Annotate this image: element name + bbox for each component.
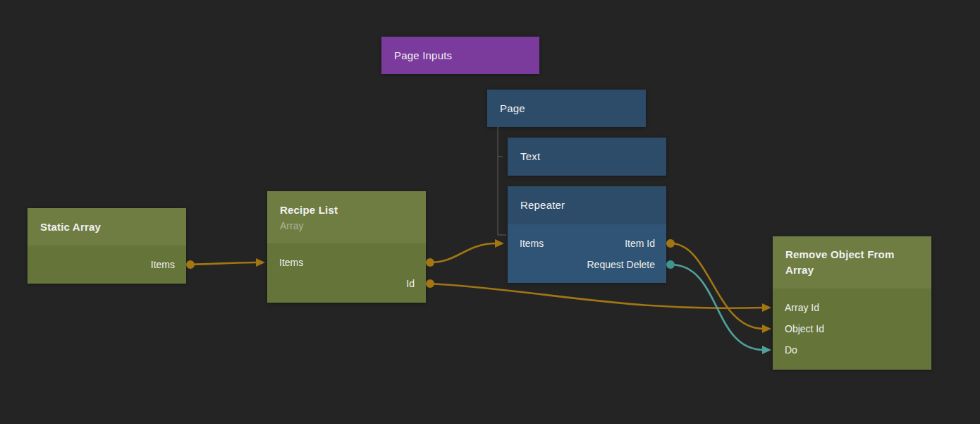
node-header: Page Inputs (381, 37, 539, 74)
node-header: Text (508, 138, 666, 176)
node-recipe-list[interactable]: Recipe List Array Items Id (267, 191, 426, 303)
port-row: Items (27, 254, 186, 275)
port-do-input[interactable]: Do (785, 344, 797, 356)
port-items-input[interactable]: Items (520, 238, 544, 249)
node-title: Remove Object From Array (785, 247, 905, 278)
node-title: Recipe List (280, 202, 426, 218)
port-row: Object Id (773, 318, 931, 339)
node-ports: Items Item Id Request Delete (508, 224, 666, 283)
port-row: Items Item Id (508, 233, 666, 254)
port-request-delete-output[interactable]: Request Delete (587, 259, 655, 270)
port-row: Id (267, 273, 426, 294)
port-items-output[interactable]: Items (151, 259, 175, 270)
node-graph-canvas[interactable]: Page Inputs Page Text Repeater Items Ite… (0, 0, 980, 424)
node-header: Recipe List Array (267, 191, 426, 243)
node-title: Repeater (520, 198, 666, 213)
node-header: Remove Object From Array (773, 236, 931, 289)
port-row: Request Delete (508, 254, 666, 275)
node-title: Page (500, 101, 646, 116)
node-subtitle: Array (280, 219, 426, 233)
node-page[interactable]: Page (487, 90, 646, 127)
node-title: Text (520, 149, 666, 164)
node-title: Static Array (40, 219, 186, 235)
hierarchy-tree-line (498, 127, 506, 235)
node-remove-object-from-array[interactable]: Remove Object From Array Array Id Object… (773, 236, 931, 370)
node-static-array[interactable]: Static Array Items (27, 208, 186, 284)
node-text[interactable]: Text (508, 138, 666, 176)
node-ports: Items Id (267, 243, 426, 303)
node-ports: Items (27, 246, 186, 284)
port-row: Items (267, 252, 426, 273)
port-object-id-input[interactable]: Object Id (785, 323, 824, 334)
port-id-output[interactable]: Id (406, 278, 415, 289)
node-title: Page Inputs (394, 48, 539, 63)
wire-staticarray-items-to-recipelist-items[interactable] (190, 262, 257, 265)
port-item-id-output[interactable]: Item Id (625, 238, 655, 249)
node-ports: Array Id Object Id Do (773, 289, 931, 370)
node-page-inputs[interactable]: Page Inputs (381, 37, 539, 74)
port-row: Do (773, 339, 931, 361)
node-header: Page (487, 90, 646, 127)
port-array-id-input[interactable]: Array Id (785, 302, 819, 313)
wire-repeater-itemid-to-remove-objectid[interactable] (670, 243, 764, 329)
node-repeater[interactable]: Repeater Items Item Id Request Delete (508, 186, 666, 283)
port-row: Array Id (773, 297, 931, 318)
wire-recipelist-items-to-repeater-items[interactable] (430, 243, 496, 262)
port-items-input[interactable]: Items (279, 257, 303, 268)
node-header: Repeater (508, 186, 666, 224)
node-header: Static Array (27, 208, 186, 246)
